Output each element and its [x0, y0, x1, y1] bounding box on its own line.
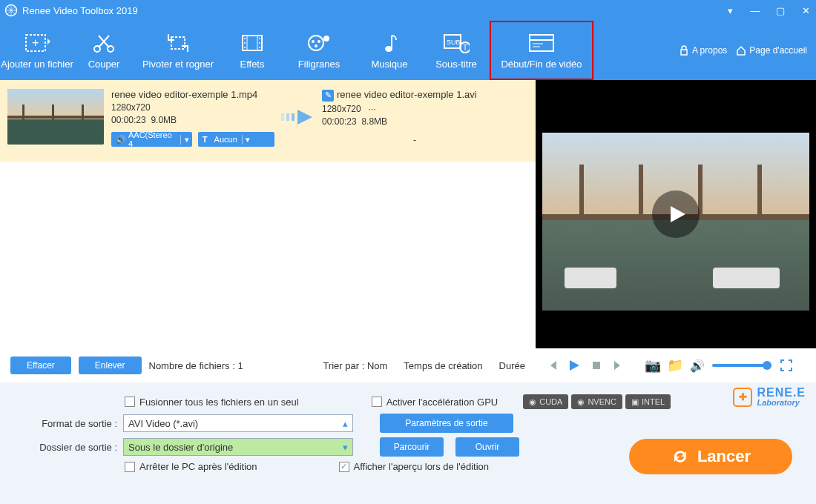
folder-combo[interactable]: Sous le dossier d'origine ▾ — [123, 438, 353, 456]
svg-point-16 — [312, 40, 315, 43]
play-button[interactable] — [567, 358, 582, 373]
speaker-icon: 🔊 — [116, 135, 126, 145]
svg-point-17 — [317, 40, 320, 43]
sort-name[interactable]: Nom — [367, 360, 387, 371]
svg-point-14 — [259, 47, 260, 48]
svg-point-11 — [244, 47, 246, 48]
lock-icon — [679, 45, 689, 56]
toolbar-intro-outro[interactable]: Début/Fin de vidéo — [490, 21, 593, 80]
dropdown-button[interactable]: ▾ — [724, 4, 736, 16]
intel-label: INTEL — [642, 397, 665, 406]
svg-point-20 — [385, 46, 392, 52]
file-count-label: Nombre de fichiers : — [149, 360, 235, 371]
format-combo[interactable]: AVI Video (*.avi) ▴ — [123, 414, 353, 432]
dest-duration: 00:00:23 — [322, 116, 357, 127]
add-file-icon: + — [24, 32, 50, 54]
stop-button[interactable] — [589, 358, 604, 373]
svg-point-18 — [315, 44, 317, 47]
toolbar-subtitle[interactable]: SUBT Sous-titre — [423, 21, 490, 80]
clear-button[interactable]: Effacer — [10, 357, 71, 374]
window-icon — [528, 32, 555, 54]
svg-point-10 — [244, 42, 246, 44]
file-list: renee video editor-exemple 1.mp4 1280x72… — [0, 80, 536, 348]
open-folder-button[interactable]: 📁 — [668, 358, 682, 373]
toolbar-cut[interactable]: Couper — [74, 21, 134, 80]
dest-placeholder: - — [322, 135, 507, 145]
svg-rect-25 — [530, 35, 553, 51]
toolbar-add-file[interactable]: + Ajouter un fichier — [0, 21, 74, 80]
app-logo-icon — [4, 4, 18, 17]
toolbar-watermark[interactable]: Filigranes — [282, 21, 356, 80]
intel-badge: ▣ INTEL — [625, 394, 671, 409]
toolbar-music[interactable]: Musique — [356, 21, 423, 80]
volume-slider[interactable] — [712, 364, 771, 367]
format-value: AVI Video (*.avi) — [128, 418, 198, 429]
audio-pill-label: AAC(Stereo 4 — [128, 130, 176, 148]
merge-checkbox[interactable] — [125, 397, 135, 407]
dest-dimensions: 1280x720 — [322, 104, 361, 114]
source-filename: renee video editor-exemple 1.mp4 — [111, 89, 274, 100]
toolbar-label: Effets — [240, 59, 264, 70]
cuda-badge: ◉ CUDA — [523, 394, 568, 409]
file-count-value: 1 — [237, 360, 243, 371]
about-link[interactable]: A propos — [676, 45, 730, 56]
edit-icon[interactable]: ✎ — [322, 90, 334, 102]
next-button[interactable] — [611, 358, 626, 373]
preview-checkbox[interactable]: ✓ — [339, 462, 349, 472]
subtitle-track-dropdown[interactable]: T Aucun ▾ — [198, 132, 274, 147]
toolbar-label: Filigranes — [298, 59, 340, 70]
subtitle-icon: SUBT — [443, 32, 470, 54]
file-row[interactable]: renee video editor-exemple 1.mp4 1280x72… — [0, 80, 536, 162]
launch-button[interactable]: Lancer — [629, 439, 792, 474]
nvenc-badge: ◉ NVENC — [571, 394, 622, 409]
volume-icon[interactable]: 🔊 — [690, 358, 705, 373]
close-button[interactable]: ✕ — [800, 4, 812, 16]
dest-dim-extra[interactable]: ··· — [369, 104, 376, 114]
shutdown-checkbox[interactable] — [125, 462, 135, 472]
gpu-checkbox[interactable] — [372, 397, 382, 407]
sort-time[interactable]: Temps de création — [404, 360, 482, 371]
toolbar-rotate-crop[interactable]: Pivoter et rogner — [134, 21, 223, 80]
svg-point-9 — [244, 38, 246, 39]
params-label: Paramètres de sortie — [405, 418, 487, 428]
folder-value: Sous le dossier d'origine — [128, 442, 233, 453]
app-title: Renee Video Toolbox 2019 — [22, 5, 724, 16]
homepage-link[interactable]: Page d'accueil — [733, 45, 810, 56]
prev-button[interactable] — [544, 358, 559, 373]
remove-button[interactable]: Enlever — [79, 357, 142, 374]
minimize-button[interactable]: — — [749, 4, 761, 16]
fullscreen-button[interactable] — [779, 358, 794, 373]
play-overlay-button[interactable] — [652, 190, 700, 238]
sort-duration[interactable]: Durée — [499, 360, 525, 371]
svg-rect-5 — [171, 37, 185, 49]
brand-line2: Laboratory — [757, 399, 806, 407]
audio-track-dropdown[interactable]: 🔊AAC(Stereo 4 ▾ — [111, 132, 192, 147]
svg-point-15 — [309, 36, 323, 50]
home-icon — [736, 45, 746, 56]
svg-point-13 — [259, 42, 260, 44]
snapshot-button[interactable]: 📷 — [645, 358, 660, 373]
brand-plus-icon: ✚ — [733, 388, 752, 407]
format-label: Format de sortie : — [13, 418, 117, 429]
watermark-icon — [306, 32, 332, 54]
open-button[interactable]: Ouvrir — [455, 437, 519, 457]
sort-label: Trier par : — [323, 360, 364, 371]
svg-rect-30 — [281, 113, 284, 121]
toolbar-effects[interactable]: Effets — [223, 21, 282, 80]
browse-button[interactable]: Parcourir — [380, 437, 444, 457]
svg-text:T: T — [463, 44, 467, 52]
open-label: Ouvrir — [476, 442, 500, 452]
text-t-icon: T — [203, 135, 208, 144]
chevron-up-icon: ▴ — [343, 418, 348, 429]
list-controls: Effacer Enlever Nombre de fichiers : 1 T… — [0, 348, 536, 382]
output-params-button[interactable]: Paramètres de sortie — [380, 414, 513, 433]
toolbar-label: Pivoter et rogner — [142, 59, 214, 70]
chevron-down-icon: ▾ — [343, 442, 348, 453]
crop-rotate-icon — [165, 32, 191, 54]
cuda-label: CUDA — [539, 397, 562, 406]
toolbar-label: Couper — [88, 59, 120, 70]
svg-point-12 — [259, 38, 260, 39]
chevron-down-icon: ▾ — [242, 135, 254, 145]
maximize-button[interactable]: ▢ — [774, 4, 786, 16]
svg-rect-29 — [681, 50, 687, 55]
